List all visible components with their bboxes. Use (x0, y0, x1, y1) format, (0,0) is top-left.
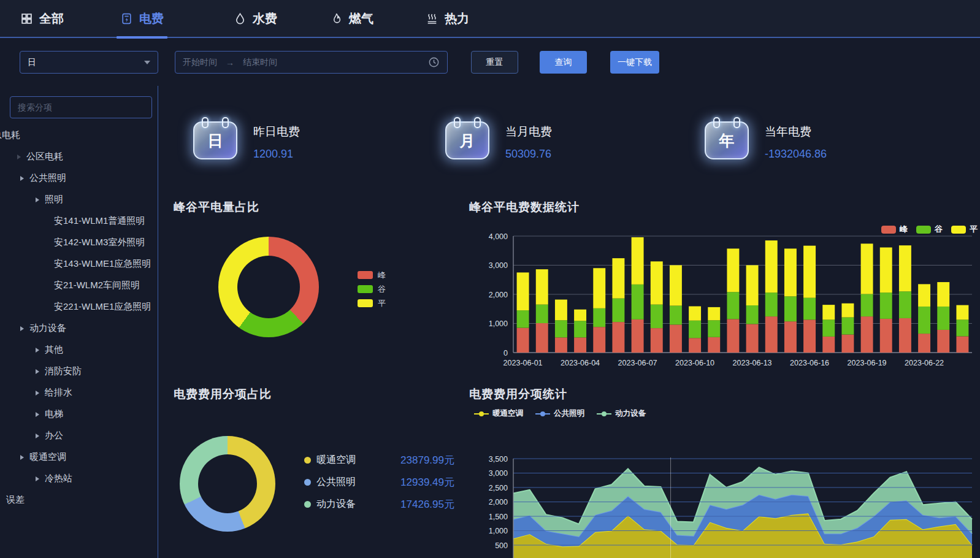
legend-item[interactable]: 谷 (358, 282, 386, 296)
tab-label: 电费 (139, 10, 164, 27)
svg-text:2023-06-19: 2023-06-19 (848, 359, 887, 367)
panel-pvf-energy-share: 峰谷平电量占比 峰谷平 (174, 199, 456, 377)
tree-item-label: 给排水 (45, 387, 72, 399)
legend-item[interactable]: 平 (358, 296, 386, 310)
date-range-input[interactable]: 开始时间 → 结束时间 (175, 51, 448, 74)
svg-text:2,000: 2,000 (489, 291, 508, 299)
period-select[interactable]: 日 (20, 51, 158, 74)
tree-item[interactable]: 安221-WLME1应急照明 (0, 296, 158, 318)
tree-item[interactable]: 电梯 (0, 403, 158, 425)
legend-line-marker (597, 411, 611, 416)
legend-item[interactable]: 动力设备 (597, 408, 646, 419)
tab-electricity[interactable]: 电费 (120, 0, 164, 37)
tree-item[interactable]: 其他 (0, 339, 158, 361)
caret-right-icon[interactable] (36, 412, 39, 417)
caret-right-icon[interactable] (17, 155, 21, 159)
tree-item-label: 安21-WLM2车间照明 (54, 280, 140, 291)
tree-item[interactable]: 安142-WLM3室外照明 (0, 232, 158, 253)
tree-item[interactable]: 照明 (0, 189, 158, 210)
svg-text:2023-06-01: 2023-06-01 (503, 359, 543, 367)
fee-donut-chart[interactable] (180, 436, 275, 532)
tree-item-label: 动力设备 (29, 323, 66, 334)
legend-label: 谷 (378, 284, 386, 295)
tree-item[interactable]: 办公 (0, 425, 158, 446)
legend-value: 23879.99元 (400, 453, 454, 467)
panel-title: 电费费用分项占比 (174, 386, 462, 402)
range-arrow-icon: → (226, 58, 234, 67)
tree-item-label: 总电耗 (0, 129, 20, 141)
tree-item[interactable]: 公共照明 (0, 167, 158, 189)
svg-text:2023-06-22: 2023-06-22 (905, 359, 944, 367)
query-button[interactable]: 查询 (540, 51, 587, 74)
legend-label: 动力设备 (316, 498, 356, 511)
heat-icon (426, 12, 438, 25)
tab-all[interactable]: 全部 (20, 0, 64, 37)
tree-item[interactable]: 安141-WLM1普通照明 (0, 210, 158, 232)
tab-gas[interactable]: 燃气 (330, 0, 373, 37)
tree-item[interactable]: 动力设备 (0, 318, 158, 339)
tree-item[interactable]: 安143-WLME1应急照明 (0, 253, 158, 275)
energy-dashboard: { "nav": { "tabs": [ {"label":"全部","icon… (0, 0, 980, 558)
tab-water[interactable]: 水费 (234, 0, 277, 37)
legend-value: 17426.95元 (400, 497, 454, 511)
legend-label: 公共照明 (316, 476, 356, 489)
tree-item[interactable]: 暖通空调 (0, 446, 158, 468)
caret-right-icon[interactable] (36, 434, 39, 438)
stat-card-daily: 日 昨日电费 1200.91 (193, 121, 300, 161)
tree-item[interactable]: 冷热站 (0, 468, 158, 489)
legend-item[interactable]: 暖通空调23879.99元 (304, 449, 454, 471)
tree-item[interactable]: 公区电耗 (0, 146, 158, 167)
svg-text:2023-06-10: 2023-06-10 (675, 359, 714, 367)
caret-right-icon[interactable] (36, 476, 39, 481)
tree-item[interactable]: 安21-WLM2车间照明 (0, 275, 158, 296)
tree-item[interactable]: 总电耗 (0, 124, 158, 146)
legend-item[interactable]: 动力设备17426.95元 (304, 493, 454, 515)
search-input[interactable] (10, 96, 152, 118)
caret-right-icon[interactable] (20, 176, 24, 181)
main-content: 日 昨日电费 1200.91 月 当月电费 50309.76 年 当年电费 -1… (158, 86, 980, 558)
sidebar-tree: 总电耗公区电耗公共照明照明安141-WLM1普通照明安142-WLM3室外照明安… (0, 124, 158, 511)
tree-item-label: 冷热站 (45, 473, 72, 484)
legend-item[interactable]: 暖通空调 (474, 408, 523, 419)
bar-chart-svg[interactable]: 01,0002,0003,0004,0002023-06-012023-06-0… (469, 199, 980, 383)
panel-title: 电费费用分项统计 (469, 386, 980, 402)
stat-label: 当月电费 (505, 124, 552, 140)
caret-right-icon[interactable] (36, 369, 39, 374)
svg-text:1,000: 1,000 (489, 527, 508, 535)
legend-swatch (358, 299, 373, 307)
caret-right-icon[interactable] (36, 348, 39, 353)
panel-title: 峰谷平电量占比 (174, 199, 456, 215)
legend-item[interactable]: 公共照明12939.49元 (304, 471, 454, 493)
svg-text:3,000: 3,000 (489, 261, 508, 270)
pvf-donut-chart[interactable] (218, 237, 319, 337)
caret-right-icon[interactable] (20, 326, 24, 331)
top-nav: 全部 电费 水费 燃气 热力 (0, 0, 980, 38)
tab-heat[interactable]: 热力 (426, 0, 469, 37)
tree-item[interactable]: 误差 (0, 489, 158, 511)
tab-label: 全部 (39, 10, 64, 27)
legend-item[interactable]: 公共照明 (535, 408, 584, 419)
legend-label: 动力设备 (615, 408, 646, 419)
download-button[interactable]: 一键下载 (610, 51, 659, 74)
tree-item-label: 办公 (45, 430, 63, 441)
area-chart-svg[interactable]: 3,5003,0002,5002,0001,5001,000500 (469, 423, 980, 558)
legend-item[interactable]: 峰 (358, 268, 386, 282)
caret-right-icon[interactable] (36, 197, 39, 202)
clock-icon (428, 56, 440, 68)
tree-item-label: 误差 (6, 494, 25, 506)
svg-text:2023-06-13: 2023-06-13 (733, 359, 772, 367)
area-chart-legend: 暖通空调公共照明动力设备 (474, 408, 646, 419)
svg-text:4,000: 4,000 (489, 232, 508, 241)
chevron-down-icon (144, 61, 150, 64)
tree-item-label: 安143-WLME1应急照明 (54, 258, 151, 270)
caret-right-icon[interactable] (20, 455, 24, 460)
start-date-placeholder: 开始时间 (183, 57, 217, 68)
caret-right-icon[interactable] (36, 391, 39, 396)
svg-text:2,000: 2,000 (489, 498, 508, 506)
tree-item[interactable]: 给排水 (0, 382, 158, 403)
reset-button[interactable]: 重置 (471, 51, 518, 74)
tab-label: 水费 (253, 10, 277, 27)
tree-item[interactable]: 消防安防 (0, 361, 158, 382)
day-calendar-icon: 日 (193, 121, 237, 159)
tree-item-label: 其他 (45, 344, 63, 356)
